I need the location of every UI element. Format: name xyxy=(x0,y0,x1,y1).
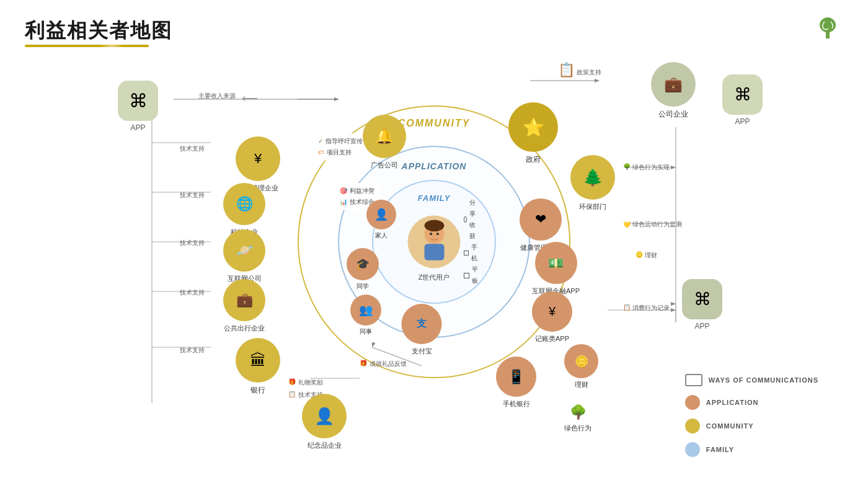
node-ad-company: 🔔 广告公司 xyxy=(363,115,406,170)
node-internet: 🪐 互联网公司 xyxy=(223,229,265,283)
policy-label: 政策支持 xyxy=(577,68,601,77)
title-underline xyxy=(25,45,149,47)
svg-point-21 xyxy=(436,233,438,235)
node-corp: 💼 公司企业 xyxy=(651,62,696,120)
svg-point-22 xyxy=(427,235,432,237)
community-info-box: ✓ 指导呼吁宣传 🏷 项目支持 xyxy=(313,133,368,161)
svg-point-18 xyxy=(424,220,444,231)
legend: WAYS OF COMMUNICATIONS APPLICATION COMMU… xyxy=(685,374,818,457)
node-internet-finance: 💵 互联网金融APP xyxy=(532,242,580,296)
node-transport: 💼 公共出行企业 xyxy=(223,279,265,333)
consume-record-label: 📋消费行为记录 xyxy=(623,304,670,313)
page-title: 利益相关者地图 xyxy=(25,17,172,45)
reward-label: 🎁礼物奖励 xyxy=(288,378,323,387)
node-ledger: ¥ 记账类APP xyxy=(532,291,572,344)
node-gov: ⭐ 政府 xyxy=(508,102,558,165)
community-label: COMMUNITY xyxy=(398,118,471,129)
node-classmate: 🎓 同学 xyxy=(347,248,379,291)
finance-label-1: 🪙理财 xyxy=(636,251,657,260)
node-colleague: 👥 同事 xyxy=(350,295,381,336)
node-finance: 🪙 理财 xyxy=(564,344,598,389)
node-bank: 🏛 银行 xyxy=(236,338,280,396)
achievement-label: 🎁成就礼品反馈 xyxy=(360,360,407,368)
tech-support-3: 技术支持 xyxy=(180,239,205,247)
green-monitor-label: 💛绿色运动行为监测 xyxy=(623,220,682,229)
node-eco: 🌲 环保部门 xyxy=(570,155,615,211)
green-behavior-label: 🌳绿色行为实现 xyxy=(623,163,670,172)
app-icon-left: ⌘ APP xyxy=(118,81,158,132)
app-icon-right-mid: ⌘ APP xyxy=(682,279,722,331)
user-avatar xyxy=(408,216,461,268)
node-green-action: 🌳 绿色行为 xyxy=(564,403,591,433)
svg-point-23 xyxy=(436,235,441,237)
tech-support-2: 技术支持 xyxy=(180,191,205,200)
app-icon-right-top: ⌘ APP xyxy=(722,74,763,126)
svg-rect-19 xyxy=(424,244,444,260)
tech-support-5: 技术支持 xyxy=(180,346,205,355)
tech-support-4: 技术支持 xyxy=(180,288,205,297)
application-label: APPLICATION xyxy=(402,161,467,171)
policy-icon: 📋 xyxy=(558,62,575,78)
logo xyxy=(812,12,843,43)
main-income-label: 主要收入来源 xyxy=(198,92,236,100)
node-alipay: 支 支付宝 xyxy=(402,304,442,356)
center-info: 分享收获 手机 平板 xyxy=(464,197,480,286)
node-memorial: 👤 纪念品企业 xyxy=(302,394,347,450)
svg-point-20 xyxy=(430,233,432,235)
node-family: 👤 家人 xyxy=(366,200,396,240)
node-tech: 🌐 科技企业 xyxy=(223,183,265,237)
tech-support-1: 技术支持 xyxy=(180,144,205,153)
user-label: Z世代用户 xyxy=(418,273,450,282)
node-mobile-bank: 📱 手机银行 xyxy=(496,357,536,409)
family-label: FAMILY xyxy=(418,193,451,203)
